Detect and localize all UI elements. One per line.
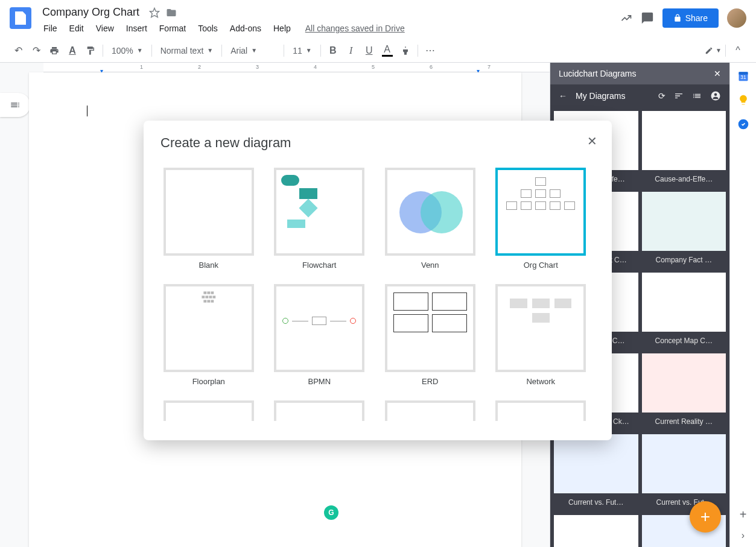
diagram-thumb — [642, 111, 726, 170]
diagram-card[interactable]: Current vs. Fut… — [642, 434, 726, 511]
template-partial[interactable] — [160, 400, 257, 421]
collapse-strip-icon[interactable]: › — [742, 530, 745, 541]
template-label: Blank — [160, 261, 257, 270]
lock-icon — [673, 14, 682, 22]
diagram-label: Current Reality … — [642, 413, 726, 431]
template-erd[interactable]: ERD — [382, 284, 478, 386]
menu-addons[interactable]: Add-ons — [225, 21, 266, 36]
comments-icon[interactable] — [641, 11, 654, 25]
template-thumb — [495, 400, 586, 421]
document-title[interactable]: Company Org Chart — [39, 5, 143, 20]
template-network[interactable]: Network — [493, 284, 589, 386]
text-color-button[interactable]: A — [379, 42, 396, 59]
folder-icon[interactable] — [166, 7, 177, 18]
spellcheck-button[interactable]: A — [64, 42, 81, 59]
template-floorplan[interactable]: ▦▦▦▦▦▦▦▦▦▦Floorplan — [160, 284, 257, 386]
diagram-thumb — [554, 515, 638, 547]
sort-icon[interactable] — [674, 91, 684, 101]
template-label: Flowchart — [272, 261, 368, 270]
add-addon-icon[interactable]: + — [740, 508, 747, 522]
template-flowchart[interactable]: Flowchart — [272, 168, 368, 270]
new-diagram-fab[interactable]: + — [690, 501, 721, 533]
ruler-mark: 5 — [372, 64, 375, 70]
menu-insert[interactable]: Insert — [121, 21, 152, 36]
list-icon[interactable] — [692, 91, 702, 101]
save-status[interactable]: All changes saved in Drive — [305, 21, 405, 36]
toolbar-sep — [725, 45, 726, 57]
print-button[interactable] — [46, 42, 63, 59]
menu-tools[interactable]: Tools — [193, 21, 223, 36]
template-partial[interactable] — [493, 400, 589, 421]
diagram-card[interactable] — [554, 515, 638, 547]
italic-button[interactable]: I — [343, 42, 360, 59]
modal-title: Create a new diagram — [160, 135, 595, 151]
paint-format-button[interactable] — [82, 42, 99, 59]
template-thumb — [164, 400, 254, 421]
template-thumb — [274, 284, 364, 372]
menu-format[interactable]: Format — [154, 21, 191, 36]
menu-edit[interactable]: Edit — [65, 21, 89, 36]
template-label: Network — [493, 377, 589, 386]
menu-view[interactable]: View — [91, 21, 119, 36]
close-icon[interactable]: ✕ — [587, 134, 597, 148]
share-label: Share — [685, 13, 708, 23]
keep-icon[interactable] — [737, 94, 749, 106]
text-cursor — [87, 106, 87, 116]
calendar-icon[interactable]: 31 — [737, 70, 749, 82]
side-panel-strip: 31 + › — [729, 63, 756, 547]
template-grid[interactable]: BlankFlowchartVennOrg Chart▦▦▦▦▦▦▦▦▦▦Flo… — [160, 168, 595, 421]
template-venn[interactable]: Venn — [382, 168, 478, 270]
refresh-icon[interactable]: ⟳ — [658, 91, 665, 101]
diagram-card[interactable]: Concept Map C… — [642, 273, 726, 350]
redo-button[interactable]: ↷ — [28, 42, 45, 59]
app-header: Company Org Chart File Edit View Insert … — [0, 0, 756, 39]
grammarly-icon[interactable]: G — [324, 505, 338, 520]
underline-button[interactable]: U — [361, 42, 378, 59]
share-button[interactable]: Share — [662, 8, 719, 28]
template-bpmn[interactable]: BPMN — [272, 284, 368, 386]
docs-logo-icon[interactable] — [10, 7, 31, 29]
style-dropdown[interactable]: Normal text▼ — [156, 43, 218, 58]
undo-button[interactable]: ↶ — [10, 42, 27, 59]
diagram-card[interactable]: Company Fact … — [642, 192, 726, 269]
ruler-mark: 3 — [256, 64, 259, 70]
template-label: Floorplan — [160, 377, 257, 386]
user-avatar[interactable] — [727, 8, 746, 28]
ruler[interactable]: ▾ 1 2 3 4 5 6 7 ▾ — [43, 63, 550, 72]
diagram-label: Company Fact … — [642, 251, 726, 269]
template-blank[interactable]: Blank — [160, 168, 257, 270]
ruler-mark: 1 — [140, 64, 143, 70]
activity-icon[interactable] — [620, 12, 632, 24]
font-dropdown[interactable]: Arial▼ — [226, 43, 280, 58]
toolbar-sep — [320, 45, 321, 57]
ruler-mark: 6 — [430, 64, 433, 70]
template-thumb — [385, 400, 475, 421]
close-icon[interactable]: ✕ — [714, 69, 721, 78]
diagram-card[interactable]: Current vs. Fut… — [554, 434, 638, 511]
back-icon[interactable]: ← — [559, 91, 567, 101]
outline-toggle-button[interactable] — [0, 93, 30, 117]
menu-help[interactable]: Help — [268, 21, 296, 36]
template-label: Org Chart — [493, 261, 589, 270]
template-partial[interactable] — [272, 400, 368, 421]
editing-mode-button[interactable]: ▼ — [705, 42, 722, 59]
title-area: Company Org Chart File Edit View Insert … — [39, 5, 620, 36]
template-label: ERD — [382, 377, 478, 386]
highlight-button[interactable] — [397, 42, 414, 59]
tasks-icon[interactable] — [737, 118, 749, 130]
diagram-card[interactable]: Current Reality … — [642, 353, 726, 431]
star-icon[interactable] — [149, 7, 160, 18]
bold-button[interactable]: B — [325, 42, 341, 59]
diagram-card[interactable]: Cause-and-Effe… — [642, 111, 726, 188]
template-partial[interactable] — [382, 400, 478, 421]
more-button[interactable]: ⋯ — [422, 42, 439, 59]
ruler-mark: 2 — [198, 64, 201, 70]
zoom-dropdown[interactable]: 100%▼ — [107, 43, 148, 58]
hide-menus-button[interactable]: ^ — [729, 42, 746, 59]
template-org-chart[interactable]: Org Chart — [493, 168, 589, 270]
fontsize-dropdown[interactable]: 11▼ — [288, 43, 316, 58]
diagram-label: Current vs. Fut… — [554, 493, 638, 511]
template-thumb — [164, 168, 254, 256]
menu-file[interactable]: File — [39, 21, 62, 36]
account-icon[interactable] — [710, 90, 721, 101]
